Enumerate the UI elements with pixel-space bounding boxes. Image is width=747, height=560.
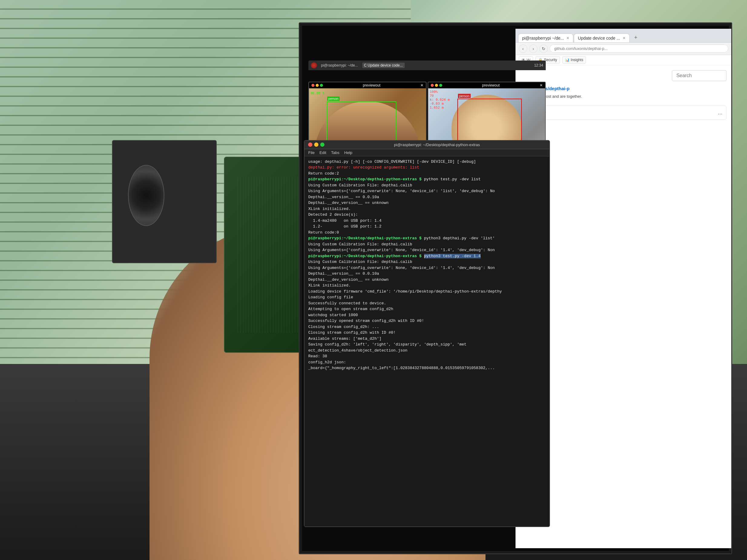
terminal-max-btn[interactable] — [320, 142, 325, 147]
commit-hash-5[interactable]: 8455a36 — [521, 159, 726, 166]
collaborator-section: Collaborator ... — [521, 106, 726, 120]
back-button[interactable]: ‹ — [519, 45, 527, 53]
detection-stats-left: 86.88 % — [311, 91, 325, 95]
preview-left-title: previewout — [363, 83, 381, 87]
commit-hash-3[interactable]: 9a40224 — [521, 145, 726, 153]
terminal-window-controls — [308, 142, 325, 147]
browser-tab-terminal-label: pi@raspberrypi ~/de... — [522, 36, 564, 41]
terminal-min-btn[interactable] — [314, 142, 318, 147]
taskbar-browser[interactable]: C Update device code... — [362, 63, 405, 68]
browser-tab-github[interactable]: Update device code ... ✕ — [574, 33, 629, 42]
terminal-line: Using Custom Calibration File: depthai.c… — [308, 182, 545, 188]
preview-right-max-btn[interactable] — [439, 84, 442, 87]
detection-stats-right: 100% 70 k: 0.024 m -0.03 m 1.652 m — [430, 90, 450, 109]
terminal-menu-help[interactable]: Help — [344, 150, 352, 155]
terminal-line: Attempting to open stream config_d2h — [308, 306, 545, 312]
preview-right-controls — [431, 84, 442, 87]
terminal-window: pi@raspberrypi: ~/Desktop/depthai-python… — [304, 140, 550, 527]
terminal-menu-tabs[interactable]: Tabs — [331, 150, 339, 155]
collaborator-row: Collaborator ... — [524, 109, 722, 116]
terminal-line: Successfully connected to device. — [308, 300, 545, 306]
browser-tab-terminal-close[interactable]: ✕ — [566, 36, 569, 40]
terminal-line: Using Arguments={'config_overwrite': Non… — [308, 247, 545, 253]
taskbar-clock: 12:34 — [534, 63, 543, 68]
detection-label-left: person — [327, 97, 340, 101]
terminal-line: ect_detection_4shave/object_detection.js… — [308, 348, 545, 354]
camera-module — [112, 140, 217, 263]
reload-button[interactable]: ↻ — [539, 45, 548, 53]
search-input[interactable] — [672, 70, 726, 81]
preview-right-close[interactable]: ✕ — [540, 83, 543, 87]
terminal-line: Using Arguments={'config_overwrite': Non… — [308, 265, 545, 271]
terminal-line: Depthai.__version__ == 0.0.10a — [308, 194, 545, 200]
terminal-line: depthai.py: error: unrecognized argument… — [308, 165, 545, 170]
terminal-line: Read: 38 — [308, 353, 545, 359]
preview-left-controls — [311, 84, 323, 87]
monitor: pi@raspberrypi: ~/de... C Update device … — [299, 22, 732, 554]
terminal-line: 1.2- on USB port: 1.2 — [308, 223, 545, 230]
terminal-line: Return code:2 — [308, 170, 545, 177]
terminal-title: pi@raspberrypi: ~/Desktop/depthai-python… — [328, 142, 545, 147]
commit-hash-2[interactable]: a9d78c4 — [521, 138, 726, 145]
terminal-line: Depthai.__dev_version__ == unknown — [308, 277, 545, 283]
terminal-body[interactable]: usage: depthai.py [-h] [-co CONFIG_OVERW… — [305, 156, 549, 527]
terminal-line: XLink initialized. — [308, 206, 545, 212]
terminal-line: Using Custom Calibration File: depthai.c… — [308, 241, 545, 247]
terminal-close-btn[interactable] — [308, 142, 312, 147]
terminal-line: Depthai.__dev_version__ == unknown — [308, 200, 545, 206]
terminal-line: Depthai.__version__ == 0.0.10a — [308, 271, 545, 277]
terminal-line: Successfully opened stream config_d2h wi… — [308, 318, 545, 324]
terminal-menu: File Edit Tabs Help — [305, 149, 549, 156]
preview-close-btn[interactable] — [311, 84, 314, 87]
terminal-line: Saving config_d2h: 'left', 'right', 'dis… — [308, 342, 545, 348]
preview-right-min-btn[interactable] — [435, 84, 438, 87]
terminal-line: pi@raspberrypi:~/Desktop/depthai-python-… — [308, 253, 545, 259]
commit-hash-0[interactable]: c2e376f — [521, 125, 726, 132]
preview-right-close-btn[interactable] — [431, 84, 434, 87]
terminal-line: config_h2d json: — [308, 359, 545, 366]
terminal-menu-file[interactable]: File — [308, 150, 314, 155]
terminal-line: _board={"_homography_right_to_left":[1.0… — [308, 365, 545, 371]
commit-hash-4[interactable]: 59499c1 — [521, 153, 726, 159]
new-tab-button[interactable]: + — [632, 33, 641, 42]
browser-tab-github-close[interactable]: ✕ — [623, 36, 626, 40]
collaborator-options-button[interactable]: ... — [718, 109, 722, 116]
github-issue-text: g together to host and are together. — [521, 94, 726, 100]
address-bar[interactable] — [550, 45, 728, 53]
browser-tabs-bar: pi@raspberrypi ~/de... ✕ Update device c… — [516, 29, 731, 43]
preview-right-titlebar: previewout ✕ — [428, 82, 545, 88]
terminal-menu-edit[interactable]: Edit — [319, 150, 326, 155]
insights-label: Insights — [571, 58, 583, 62]
camera-lens — [128, 165, 164, 226]
terminal-line: Using Custom Calibration File: depthai.c… — [308, 259, 545, 265]
preview-right-title: previewout — [482, 83, 500, 87]
commit-hash-1[interactable]: 6a62a1b — [521, 132, 726, 138]
detection-label-right: person — [458, 94, 471, 98]
forward-button[interactable]: › — [529, 45, 538, 53]
preview-min-btn[interactable] — [316, 84, 319, 87]
preview-left-close[interactable]: ✕ — [420, 83, 423, 87]
browser-tab-terminal[interactable]: pi@raspberrypi ~/de... ✕ — [518, 33, 573, 42]
browser-secondary-toolbar: 👁 W 🔒 Security 📊 Insights — [516, 55, 731, 65]
terminal-line: Available streams: ['meta_d2h'] — [308, 336, 545, 342]
preview-max-btn[interactable] — [320, 84, 323, 87]
terminal-line: Using Arguments={'config_overwrite': Non… — [308, 188, 545, 194]
terminal-line: Loading device firmware 'cmd_file': '/ho… — [308, 289, 545, 295]
terminal-line: 1.4-ma2480 on USB port: 1.4 — [308, 218, 545, 224]
insights-icon: 📊 — [565, 58, 570, 62]
security-label: Security — [544, 58, 557, 62]
taskbar-terminal[interactable]: pi@raspberrypi: ~/de... — [319, 63, 360, 68]
terminal-line: Loading config file — [308, 294, 545, 300]
issue-number: #55 · luxonis/depthai-p — [521, 86, 726, 91]
terminal-line: pi@raspberrypi:~/Desktop/depthai-python-… — [308, 235, 545, 241]
commit-list: c2e376f 6a62a1b a9d78c4 9a40224 59499c1 … — [521, 125, 726, 166]
terminal-line: XLink initialized. — [308, 283, 545, 289]
terminal-titlebar: pi@raspberrypi: ~/Desktop/depthai-python… — [305, 141, 549, 149]
insights-button[interactable]: 📊 Insights — [562, 56, 586, 63]
terminal-line: pi@raspberrypi:~/Desktop/depthai-python-… — [308, 177, 545, 182]
terminal-line: Return code:0 — [308, 230, 545, 236]
raspi-taskbar: pi@raspberrypi: ~/de... C Update device … — [308, 60, 546, 70]
raspi-logo-icon — [311, 62, 317, 69]
terminal-line: Detected 2 device(s): — [308, 212, 545, 218]
search-area — [521, 70, 726, 81]
